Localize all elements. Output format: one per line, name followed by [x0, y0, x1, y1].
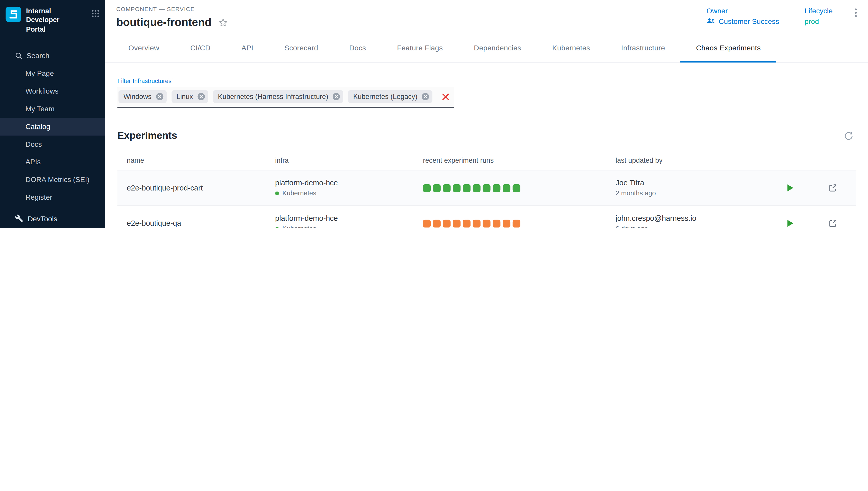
tab-overview[interactable]: Overview	[113, 35, 175, 62]
table-row[interactable]: e2e-boutique-prod-cart platform-demo-hce…	[117, 170, 856, 206]
sidebar-item-label: My Team	[25, 105, 55, 113]
tab-cicd[interactable]: CI/CD	[175, 35, 226, 62]
run-status-square	[463, 220, 470, 227]
harness-logo-icon	[6, 7, 21, 22]
tab-infrastructure[interactable]: Infrastructure	[606, 35, 681, 62]
sidebar-menu: Search My Page Workflows My Team Catalog…	[0, 47, 105, 228]
apps-grid-icon[interactable]	[91, 9, 99, 20]
people-icon	[706, 17, 715, 25]
sidebar-item-catalog[interactable]: Catalog	[0, 118, 105, 136]
chip-remove-icon[interactable]	[332, 92, 340, 101]
sidebar-item-label: Catalog	[25, 122, 50, 131]
sidebar-item-apis[interactable]: APIs	[0, 153, 105, 171]
updated-at: 2 months ago	[615, 189, 783, 197]
run-status-square	[503, 220, 510, 227]
entity-header: COMPONENT — SERVICE boutique-frontend Ow…	[105, 0, 868, 29]
sidebar-item-label: DevTools	[28, 215, 57, 223]
sidebar-item-search[interactable]: Search	[0, 47, 105, 64]
sidebar-item-label: My Page	[25, 69, 54, 78]
run-status-square	[433, 220, 441, 227]
run-status-square	[453, 220, 461, 227]
sidebar-item-workflows[interactable]: Workflows	[0, 82, 105, 100]
run-status-square	[493, 220, 500, 227]
run-status-square	[513, 184, 520, 192]
infrastructure-filter-input[interactable]: Windows Linux Kubernetes (Harness Infras…	[117, 87, 454, 108]
infra-type: Kubernetes	[282, 189, 316, 197]
sidebar-item-my-page[interactable]: My Page	[0, 64, 105, 82]
lifecycle-value: prod	[805, 17, 833, 25]
experiments-table: e2e-boutique-prod-cart platform-demo-hce…	[117, 170, 856, 228]
refresh-icon[interactable]	[844, 131, 853, 141]
run-status-square	[493, 184, 500, 192]
favorite-star-icon[interactable]	[218, 18, 228, 28]
tab-dependencies[interactable]: Dependencies	[458, 35, 537, 62]
run-experiment-icon[interactable]	[786, 219, 794, 228]
run-status-square	[473, 220, 481, 227]
infra-status-dot	[275, 191, 279, 195]
clear-filters-icon[interactable]	[442, 93, 450, 100]
sidebar-item-label: Workflows	[25, 87, 59, 95]
sidebar-item-devtools[interactable]: DevTools	[0, 209, 105, 228]
wrench-icon	[15, 214, 23, 224]
tab-scorecard[interactable]: Scorecard	[269, 35, 334, 62]
recent-runs	[423, 220, 615, 227]
updated-by-name: john.crespo@harness.io	[615, 214, 783, 222]
sidebar-item-my-team[interactable]: My Team	[0, 100, 105, 118]
brand-title: Internal Developer Portal	[26, 7, 76, 34]
run-status-square	[443, 184, 451, 192]
tab-feature-flags[interactable]: Feature Flags	[381, 35, 458, 62]
tab-content: Filter Infrastructures Windows Linux Kub…	[105, 77, 868, 228]
experiment-name: e2e-boutique-prod-cart	[127, 184, 275, 192]
tab-api[interactable]: API	[226, 35, 269, 62]
owner-value: Customer Success	[719, 17, 779, 25]
page-title: boutique-frontend	[116, 16, 211, 29]
chip-remove-icon[interactable]	[155, 92, 164, 101]
column-header-updated-by: last updated by	[615, 156, 783, 164]
run-status-square	[463, 184, 470, 192]
run-status-square	[503, 184, 510, 192]
chip-label: Linux	[176, 93, 193, 100]
run-status-square	[483, 220, 490, 227]
sidebar-item-docs[interactable]: Docs	[0, 136, 105, 153]
infra-name: platform-demo-hce	[275, 179, 423, 187]
experiments-section-header: Experiments	[117, 130, 856, 142]
sidebar-item-register[interactable]: Register	[0, 189, 105, 206]
open-in-new-icon[interactable]	[828, 219, 838, 228]
owner-link[interactable]: Customer Success	[706, 17, 779, 25]
sidebar-item-label: Search	[27, 52, 49, 60]
entity-meta: Owner Customer Success Lifecycle prod	[706, 7, 857, 25]
run-experiment-icon[interactable]	[786, 184, 794, 192]
chip-label: Kubernetes (Legacy)	[353, 93, 417, 100]
run-status-square	[483, 184, 490, 192]
updated-by-name: Joe Titra	[615, 179, 783, 187]
open-in-new-icon[interactable]	[828, 183, 838, 193]
run-status-square	[433, 184, 441, 192]
app-root: Internal Developer Portal Search My Page…	[0, 0, 868, 228]
column-header-runs: recent experiment runs	[423, 156, 615, 164]
updated-at: 6 days ago	[615, 225, 783, 228]
sidebar-item-dora-metrics[interactable]: DORA Metrics (SEI)	[0, 171, 105, 189]
chip-remove-icon[interactable]	[197, 92, 205, 101]
tab-bar: Overview CI/CD API Scorecard Docs Featur…	[105, 35, 868, 62]
recent-runs	[423, 184, 615, 192]
sidebar-item-label: DORA Metrics (SEI)	[25, 176, 89, 184]
run-status-square	[423, 184, 431, 192]
run-status-square	[443, 220, 451, 227]
filter-chip: Kubernetes (Harness Infrastructure)	[213, 90, 343, 103]
chip-remove-icon[interactable]	[422, 92, 430, 101]
column-header-infra: infra	[275, 156, 423, 164]
table-row[interactable]: e2e-boutique-qa platform-demo-hce Kubern…	[117, 206, 856, 228]
owner-block: Owner Customer Success	[706, 7, 779, 25]
run-status-square	[423, 220, 431, 227]
tab-kubernetes[interactable]: Kubernetes	[537, 35, 606, 62]
tab-docs[interactable]: Docs	[334, 35, 381, 62]
owner-label: Owner	[706, 7, 779, 15]
table-header: name infra recent experiment runs last u…	[117, 151, 856, 171]
sidebar-item-label: Register	[25, 193, 52, 202]
kebab-menu-icon[interactable]	[855, 8, 857, 19]
sidebar-item-label: APIs	[25, 158, 40, 166]
tab-chaos-experiments[interactable]: Chaos Experiments	[681, 35, 776, 62]
sidebar-header: Internal Developer Portal	[0, 0, 105, 38]
column-header-name: name	[127, 156, 275, 164]
sidebar: Internal Developer Portal Search My Page…	[0, 0, 105, 228]
